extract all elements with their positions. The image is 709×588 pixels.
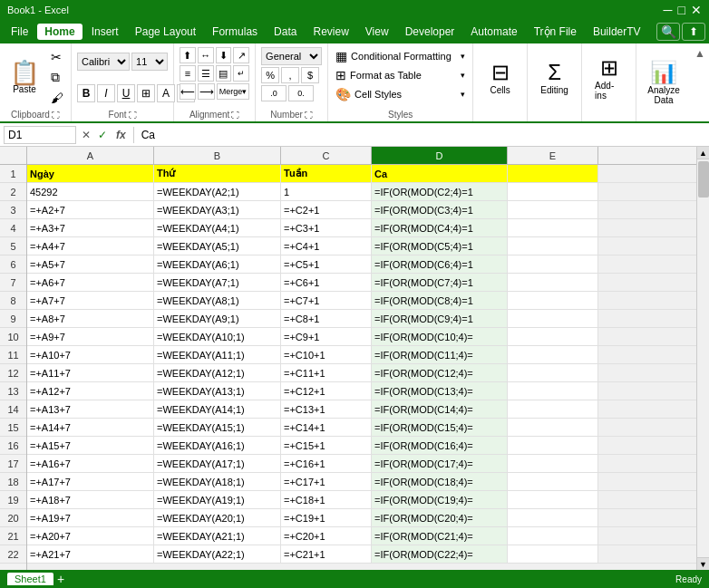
row-header[interactable]: 18: [0, 473, 26, 491]
font-family-select[interactable]: Calibri: [77, 53, 130, 71]
cell[interactable]: =+C7+1: [281, 292, 372, 309]
cell[interactable]: =+C2+1: [281, 201, 372, 218]
cut-button[interactable]: ✂: [47, 48, 67, 66]
format-painter-button[interactable]: 🖌: [47, 89, 67, 107]
cell[interactable]: [508, 274, 598, 291]
cell[interactable]: =WEEKDAY(A7;1): [154, 274, 281, 291]
fill-color-button[interactable]: A: [157, 84, 175, 102]
menu-item-automate[interactable]: Automate: [463, 24, 524, 40]
cell[interactable]: [508, 491, 598, 508]
align-right-button[interactable]: ▤: [216, 65, 232, 82]
cell[interactable]: [508, 437, 598, 454]
cell[interactable]: [508, 382, 598, 400]
cell[interactable]: =IF(OR(MOD(C15;4)=: [372, 419, 508, 436]
cell-styles-button[interactable]: 🎨 Cell Styles ▾: [332, 85, 469, 103]
paste-button[interactable]: 📋 Paste: [4, 56, 45, 99]
cell[interactable]: [508, 310, 598, 327]
cell[interactable]: 1: [281, 183, 372, 200]
menu-item-buildertv[interactable]: BuilderTV: [586, 24, 648, 40]
cell[interactable]: =+A12+7: [27, 382, 154, 400]
row-header[interactable]: 2: [0, 183, 26, 201]
cell[interactable]: =+C16+1: [281, 455, 372, 472]
cell[interactable]: =+A5+7: [27, 255, 154, 273]
menu-item-review[interactable]: Review: [306, 24, 355, 40]
cell[interactable]: =WEEKDAY(A5;1): [154, 237, 281, 255]
cell[interactable]: =+C19+1: [281, 509, 372, 526]
row-header[interactable]: 11: [0, 346, 26, 364]
cell[interactable]: =+C4+1: [281, 237, 372, 255]
cell[interactable]: [508, 527, 598, 545]
menu-item-data[interactable]: Data: [267, 24, 304, 40]
menu-item-tronfile[interactable]: Trộn File: [527, 24, 584, 40]
cell[interactable]: =IF(OR(MOD(C14;4)=: [372, 400, 508, 418]
cell[interactable]: =+A8+7: [27, 310, 154, 327]
cell[interactable]: =IF(OR(MOD(C9;4)=1: [372, 310, 508, 327]
row-header[interactable]: 7: [0, 274, 26, 292]
cell[interactable]: =+A11+7: [27, 364, 154, 381]
number-expand-icon[interactable]: ⛶: [305, 111, 313, 120]
col-header-a[interactable]: A: [27, 147, 154, 164]
cell[interactable]: =+C18+1: [281, 491, 372, 508]
cell[interactable]: =IF(OR(MOD(C10;4)=: [372, 328, 508, 345]
cell[interactable]: =+A19+7: [27, 509, 154, 526]
close-btn[interactable]: ✕: [691, 4, 702, 16]
cell[interactable]: =WEEKDAY(A3;1): [154, 201, 281, 218]
cell[interactable]: =+A21+7: [27, 545, 154, 563]
col-header-c[interactable]: C: [281, 147, 372, 164]
cell[interactable]: =+C15+1: [281, 437, 372, 454]
cell[interactable]: =WEEKDAY(A2;1): [154, 183, 281, 200]
cell[interactable]: =+C5+1: [281, 255, 372, 273]
row-header[interactable]: 1: [0, 165, 26, 183]
copy-button[interactable]: ⧉: [47, 68, 67, 87]
merge-center-button[interactable]: Merge▾: [217, 83, 249, 100]
cell[interactable]: =IF(OR(MOD(C8;4)=1: [372, 292, 508, 309]
cell[interactable]: [508, 165, 598, 182]
row-header[interactable]: 21: [0, 527, 26, 545]
cell[interactable]: =+A15+7: [27, 437, 154, 454]
cell[interactable]: =+A2+7: [27, 201, 154, 218]
row-header[interactable]: 17: [0, 455, 26, 473]
col-header-d[interactable]: D: [372, 147, 508, 164]
cell[interactable]: =+A14+7: [27, 419, 154, 436]
menu-item-home[interactable]: Home: [37, 24, 82, 40]
cell[interactable]: =+C12+1: [281, 382, 372, 400]
row-header[interactable]: 12: [0, 364, 26, 382]
cell[interactable]: [508, 201, 598, 218]
cell[interactable]: =WEEKDAY(A6;1): [154, 255, 281, 273]
cell[interactable]: =IF(OR(MOD(C22;4)=: [372, 545, 508, 563]
menu-item-view[interactable]: View: [358, 24, 396, 40]
bold-button[interactable]: B: [77, 84, 95, 102]
cell[interactable]: =+C8+1: [281, 310, 372, 327]
cell[interactable]: [508, 292, 598, 309]
cell[interactable]: [508, 473, 598, 490]
cell[interactable]: [508, 219, 598, 236]
minimize-btn[interactable]: ─: [664, 4, 673, 16]
wrap-text-button[interactable]: ↵: [233, 65, 249, 82]
conditional-formatting-button[interactable]: ▦ Conditional Formatting ▾: [332, 47, 469, 65]
cell[interactable]: =WEEKDAY(A15;1): [154, 419, 281, 436]
cell[interactable]: =WEEKDAY(A9;1): [154, 310, 281, 327]
cell[interactable]: =WEEKDAY(A22;1): [154, 545, 281, 563]
cell[interactable]: =IF(OR(MOD(C20;4)=: [372, 509, 508, 526]
cell[interactable]: =WEEKDAY(A21;1): [154, 527, 281, 545]
col-header-b[interactable]: B: [154, 147, 281, 164]
cell[interactable]: =IF(OR(MOD(C21;4)=: [372, 527, 508, 545]
cell[interactable]: =IF(OR(MOD(C11;4)=: [372, 346, 508, 363]
cell[interactable]: [508, 455, 598, 472]
cell[interactable]: [508, 328, 598, 345]
increase-decimal-button[interactable]: 0.: [288, 85, 314, 101]
cell[interactable]: =+C9+1: [281, 328, 372, 345]
align-bottom-button[interactable]: ⬇: [216, 47, 232, 63]
align-top-button[interactable]: ⬆: [180, 47, 196, 63]
menu-item-file[interactable]: File: [4, 24, 35, 40]
percent-button[interactable]: %: [261, 67, 279, 83]
cell[interactable]: =WEEKDAY(A20;1): [154, 509, 281, 526]
cell[interactable]: =IF(OR(MOD(C2;4)=1: [372, 183, 508, 200]
add-sheet-btn[interactable]: +: [57, 572, 64, 586]
cell[interactable]: =+C17+1: [281, 473, 372, 490]
cell[interactable]: =IF(OR(MOD(C18;4)=: [372, 473, 508, 490]
cell[interactable]: [508, 237, 598, 255]
cell[interactable]: =IF(OR(MOD(C17;4)=: [372, 455, 508, 472]
cell[interactable]: =+A3+7: [27, 219, 154, 236]
font-expand-icon[interactable]: ⛶: [129, 111, 137, 120]
